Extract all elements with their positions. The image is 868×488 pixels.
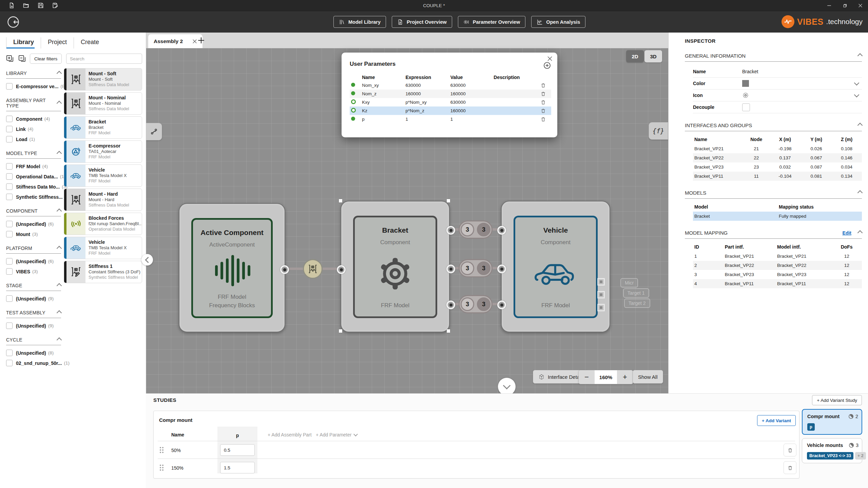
general-information-header[interactable]: GENERAL INFORMATION bbox=[685, 53, 862, 62]
close-dialog-icon[interactable] bbox=[547, 56, 553, 61]
filter-item[interactable]: Component (4) bbox=[6, 116, 61, 122]
delete-parameter-icon[interactable] bbox=[540, 108, 550, 114]
connection-badge[interactable]: 3 3 bbox=[459, 220, 493, 239]
color-swatch[interactable] bbox=[742, 80, 749, 87]
filter-section-header[interactable]: ASSEMBLY PART TYPE bbox=[6, 98, 61, 111]
ghost-port[interactable] bbox=[597, 304, 605, 311]
filter-checkbox[interactable] bbox=[6, 136, 13, 142]
filter-item[interactable]: 02_snd_runup_50r... (1) bbox=[6, 360, 61, 366]
connection-badge[interactable]: 3 3 bbox=[459, 259, 493, 277]
model-mapping-header[interactable]: MODEL MAPPING Edit bbox=[685, 230, 862, 239]
decouple-checkbox[interactable] bbox=[742, 103, 750, 111]
filter-checkbox[interactable] bbox=[6, 360, 13, 366]
parameter-row[interactable]: Kxy p*Nom_xy 630000 bbox=[350, 98, 551, 106]
collapse-canvas-button[interactable] bbox=[498, 378, 516, 395]
parameter-expression[interactable]: p*Nom_xy bbox=[404, 98, 449, 106]
part-card[interactable]: E-compressor TA01_Aotecar FRF Model bbox=[64, 140, 142, 163]
part-card[interactable]: Vehicle TMB Tesla Model X FRF Model bbox=[64, 164, 142, 187]
filter-item[interactable]: FRF Model (4) bbox=[6, 163, 61, 170]
connection-badge[interactable]: 3 3 bbox=[459, 295, 493, 313]
parameter-row[interactable]: p 1 1 bbox=[350, 115, 551, 123]
table-row[interactable]: Bracket_VP21 21 -0.198 0.026 0.108 bbox=[693, 144, 862, 153]
filter-section-header[interactable]: CYCLE bbox=[6, 337, 61, 345]
filter-checkbox[interactable] bbox=[6, 116, 13, 122]
filter-checkbox[interactable] bbox=[6, 194, 13, 200]
table-row[interactable]: 3 Bracket_VP23 Bracket_VP23 12 bbox=[693, 270, 862, 279]
toolbar-button[interactable]: Model Library bbox=[333, 16, 386, 28]
parameter-expression[interactable]: 1 bbox=[404, 115, 449, 123]
sidebar-tab[interactable]: Create bbox=[74, 37, 106, 48]
ghost-button-target-2[interactable]: Target 2 bbox=[624, 298, 650, 308]
parameter-expression[interactable]: 630000 bbox=[404, 81, 449, 90]
filter-item[interactable]: (Unspecified) (9) bbox=[6, 295, 61, 302]
filter-section-header[interactable]: LIBRARY bbox=[6, 71, 61, 79]
tab-assembly-2[interactable]: Assembly 2 bbox=[148, 34, 202, 48]
part-card[interactable]: Mount - Nominal Mount - Nominal Stiffnes… bbox=[64, 92, 142, 115]
port[interactable] bbox=[446, 265, 455, 273]
filter-checkbox[interactable] bbox=[6, 183, 13, 190]
filter-section-header[interactable]: COMPONENT bbox=[6, 208, 61, 216]
icon-row[interactable]: Icon bbox=[693, 90, 862, 101]
table-row[interactable]: Bracket_VP11 11 -0.104 0.081 0.134 bbox=[693, 172, 862, 181]
port[interactable] bbox=[497, 226, 506, 235]
filter-item[interactable]: (Unspecified) (8) bbox=[6, 350, 61, 356]
part-card[interactable]: Blocked Forces f2bl runup Sanden.FreqBl.… bbox=[64, 213, 142, 235]
filter-checkbox[interactable] bbox=[6, 350, 13, 356]
port[interactable] bbox=[497, 300, 506, 309]
stiffness-link-node[interactable] bbox=[303, 259, 323, 279]
app-logo-icon[interactable] bbox=[6, 15, 20, 29]
delete-variant-button[interactable] bbox=[784, 444, 796, 456]
filter-checkbox[interactable] bbox=[6, 221, 13, 227]
parameter-row[interactable]: Nom_xy 630000 630000 bbox=[350, 81, 551, 90]
collapse-sidebar-button[interactable] bbox=[141, 254, 153, 266]
filter-item[interactable]: (Unspecified) (6) bbox=[6, 258, 61, 265]
port[interactable] bbox=[280, 265, 289, 274]
part-card[interactable]: Bracket Bracket FRF Model bbox=[64, 116, 142, 139]
parameter-row[interactable]: Nom_z 160000 160000 bbox=[350, 90, 551, 98]
selection-handle[interactable] bbox=[339, 329, 342, 333]
add-parameter-icon[interactable] bbox=[543, 61, 551, 70]
expand-all-icon[interactable] bbox=[5, 54, 14, 63]
ghost-button-micr[interactable]: Micr bbox=[620, 278, 638, 288]
filter-checkbox[interactable] bbox=[6, 258, 13, 265]
parameter-value-input[interactable] bbox=[220, 444, 255, 456]
filter-checkbox[interactable] bbox=[6, 83, 13, 90]
parameter-chip[interactable]: p bbox=[807, 423, 815, 431]
filter-checkbox[interactable] bbox=[6, 268, 13, 275]
table-row[interactable]: Bracket Fully mapped bbox=[693, 212, 862, 221]
ghost-port[interactable] bbox=[597, 278, 605, 286]
add-parameter-button[interactable]: + Add Parameter bbox=[316, 432, 357, 437]
component-active-component[interactable]: Active Component ActiveComponent FRF Mod… bbox=[179, 203, 285, 332]
filter-item[interactable]: Stiffness Data Mo... (3) bbox=[6, 183, 61, 190]
parameter-chip[interactable]: + 2 bbox=[855, 452, 866, 460]
part-card[interactable]: Mount - Soft Mount - Soft Stiffness Data… bbox=[64, 68, 142, 91]
table-row[interactable]: 1 Bracket_VP21 Bracket_VP21 12 bbox=[693, 252, 862, 261]
filter-item[interactable]: E-compressor ve... (8) bbox=[6, 83, 61, 90]
edit-mapping-link[interactable]: Edit bbox=[843, 230, 851, 236]
parameter-description[interactable] bbox=[492, 98, 539, 106]
parameter-value-input[interactable] bbox=[220, 462, 255, 473]
filter-section-header[interactable]: STAGE bbox=[6, 283, 61, 291]
color-row[interactable]: Color bbox=[693, 78, 862, 90]
restore-button[interactable] bbox=[837, 0, 852, 11]
sidebar-tab[interactable]: Library bbox=[6, 37, 41, 48]
show-all-button[interactable]: Show All bbox=[633, 370, 663, 384]
delete-parameter-icon[interactable] bbox=[540, 82, 550, 89]
view-2d-button[interactable]: 2D bbox=[626, 50, 644, 62]
parameter-description[interactable] bbox=[492, 106, 539, 115]
filter-section-header[interactable]: TEST ASSEMBLY bbox=[6, 310, 61, 318]
delete-parameter-icon[interactable] bbox=[540, 99, 550, 105]
parameter-expression[interactable]: p*Nom_z bbox=[404, 106, 449, 115]
collapse-all-icon[interactable] bbox=[18, 54, 26, 63]
add-variant-button[interactable]: + Add Variant bbox=[757, 415, 796, 426]
delete-parameter-icon[interactable] bbox=[540, 116, 550, 122]
port[interactable] bbox=[446, 300, 455, 309]
filter-section-header[interactable]: PLATFORM bbox=[6, 246, 61, 254]
filter-item[interactable]: (Unspecified) (6) bbox=[6, 221, 61, 227]
parameter-row[interactable]: Kz p*Nom_z 160000 bbox=[350, 106, 551, 115]
parameter-expression[interactable]: 160000 bbox=[404, 90, 449, 98]
filter-checkbox[interactable] bbox=[6, 126, 13, 132]
filter-item[interactable]: (Unspecified) (9) bbox=[6, 323, 61, 329]
new-tab-button[interactable] bbox=[197, 36, 206, 45]
variant-study-card[interactable]: Vehicle mounts 3 Bracket_VP23 <-> 33 + 2 bbox=[802, 438, 862, 463]
